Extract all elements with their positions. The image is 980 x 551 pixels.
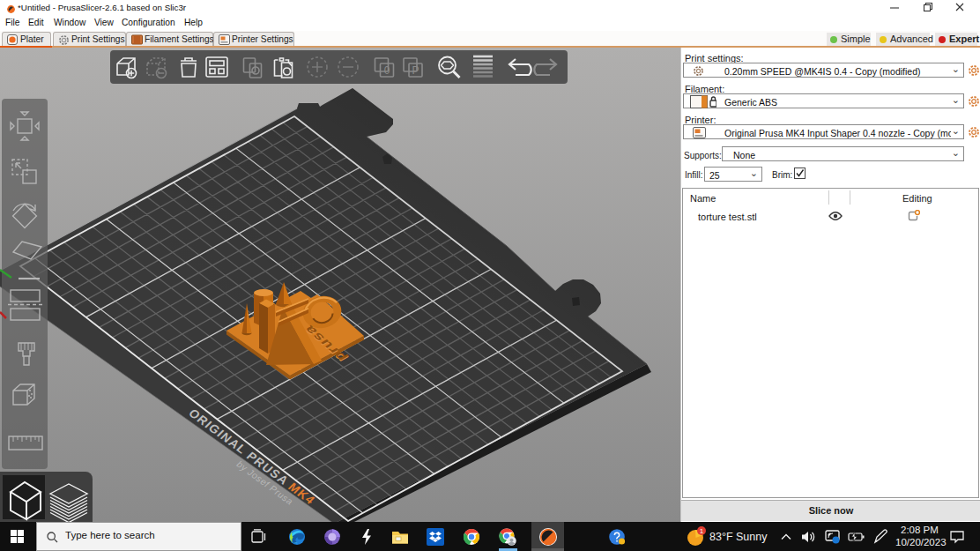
svg-text:1: 1 — [700, 527, 704, 535]
svg-text:0: 0 — [384, 64, 390, 77]
svg-text:P: P — [412, 64, 419, 77]
